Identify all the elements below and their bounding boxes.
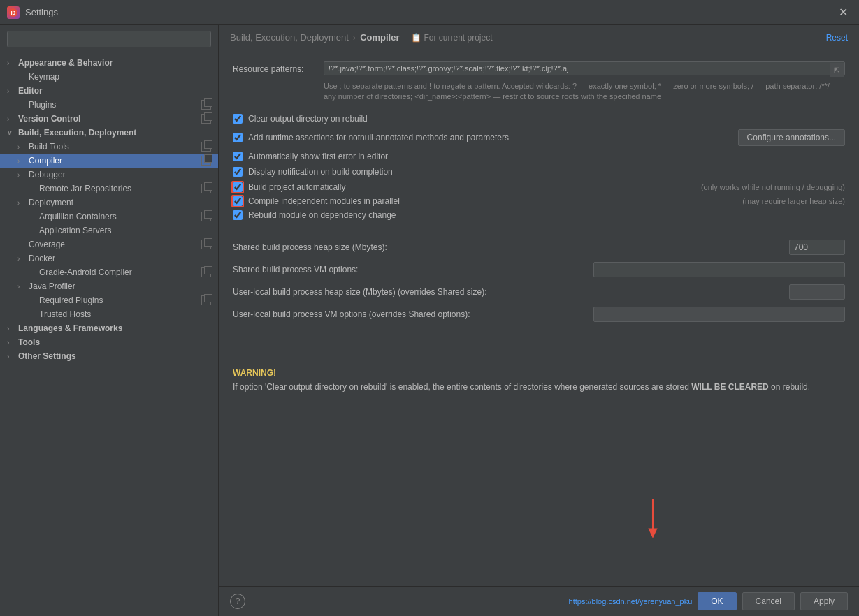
close-button[interactable]: ✕ — [835, 4, 852, 20]
breadcrumb-current: Compiler — [360, 32, 399, 43]
apply-button[interactable]: Apply — [800, 592, 848, 610]
sidebar-item-arquillian[interactable]: Arquillian Containers — [0, 210, 218, 223]
clear-output-label: Clear output directory on rebuild — [248, 114, 845, 124]
clear-output-checkbox[interactable] — [233, 114, 243, 124]
display-notification-checkbox[interactable] — [233, 167, 243, 177]
chevron-icon: › — [17, 255, 27, 263]
chevron-icon: › — [17, 171, 27, 179]
checkbox-rebuild-dependency: Rebuild module on dependency change — [233, 210, 845, 220]
sidebar-item-label: Keymap — [29, 72, 59, 82]
expand-button[interactable]: ⇱ — [830, 63, 844, 77]
breadcrumb-project: 📋 For current project — [411, 33, 493, 43]
right-panel: Build, Execution, Deployment › Compiler … — [219, 25, 859, 616]
sidebar-item-appearance[interactable]: › Appearance & Behavior — [0, 56, 218, 70]
sidebar-item-other-settings[interactable]: › Other Settings — [0, 349, 218, 363]
sidebar-item-trusted-hosts[interactable]: Trusted Hosts — [0, 307, 218, 321]
cancel-button[interactable]: Cancel — [742, 592, 795, 610]
checkbox-clear-output: Clear output directory on rebuild — [233, 114, 845, 124]
titlebar: IJ Settings ✕ — [0, 0, 859, 25]
red-arrow-annotation — [635, 495, 670, 544]
chevron-icon: ∨ — [7, 129, 17, 137]
user-heap-input[interactable] — [789, 284, 845, 300]
shared-vm-input[interactable] — [593, 262, 845, 277]
add-assertions-checkbox[interactable] — [233, 133, 243, 142]
copy-icon — [201, 184, 211, 193]
sidebar-item-remote-jar[interactable]: Remote Jar Repositories — [0, 182, 218, 196]
sidebar-item-compiler[interactable]: › Compiler — [0, 154, 218, 168]
chevron-icon: › — [17, 143, 27, 151]
warning-box: WARNING! If option 'Clear output directo… — [233, 357, 845, 399]
breadcrumb: Build, Execution, Deployment › Compiler … — [230, 32, 826, 43]
sidebar-item-languages[interactable]: › Languages & Frameworks — [0, 321, 218, 335]
copy-icon — [201, 142, 211, 152]
build-auto-label: Build project automatically — [248, 182, 687, 192]
warning-title: WARNING! — [233, 368, 845, 378]
sidebar-item-label: Gradle-Android Compiler — [39, 267, 132, 277]
display-notification-label: Display notification on build completion — [248, 167, 845, 177]
search-input[interactable] — [7, 31, 211, 47]
sidebar-item-version-control[interactable]: › Version Control — [0, 112, 218, 126]
sidebar-item-app-servers[interactable]: Application Servers — [0, 223, 218, 237]
sidebar-item-label: Appearance & Behavior — [18, 58, 113, 68]
sidebar-item-label: Plugins — [29, 100, 56, 110]
reset-link[interactable]: Reset — [826, 33, 848, 43]
help-button[interactable]: ? — [230, 594, 245, 609]
resource-patterns-input[interactable] — [324, 61, 845, 75]
chevron-icon: › — [7, 59, 17, 67]
sidebar-item-keymap[interactable]: Keymap — [0, 70, 218, 84]
copy-icon — [201, 212, 211, 221]
user-vm-row: User-local build process VM options (ove… — [233, 307, 845, 322]
shared-vm-row: Shared build process VM options: — [233, 262, 845, 277]
sidebar-item-label: Java Profiler — [29, 281, 75, 291]
sidebar-item-label: Editor — [18, 86, 43, 96]
configure-annotations-button[interactable]: Configure annotations... — [738, 129, 845, 146]
chevron-icon: › — [7, 87, 17, 95]
compile-parallel-note: (may require larger heap size) — [728, 197, 845, 205]
window-title: Settings — [25, 7, 835, 17]
app-icon: IJ — [7, 6, 20, 19]
sidebar-item-gradle-android[interactable]: Gradle-Android Compiler — [0, 265, 218, 279]
sidebar-item-build-tools[interactable]: › Build Tools — [0, 140, 218, 154]
sidebar-item-deployment[interactable]: › Deployment — [0, 196, 218, 210]
svg-marker-3 — [648, 529, 657, 538]
compile-parallel-checkbox[interactable] — [233, 196, 243, 206]
sidebar-item-java-profiler[interactable]: › Java Profiler — [0, 279, 218, 293]
breadcrumb-parent: Build, Execution, Deployment — [230, 32, 349, 43]
spacer2 — [233, 329, 845, 343]
copy-icon — [201, 295, 211, 305]
resource-patterns-help: Use ; to separate patterns and ! to nega… — [233, 81, 845, 103]
chevron-icon: › — [7, 353, 17, 360]
project-label: For current project — [424, 33, 493, 43]
sidebar-item-label: Compiler — [29, 156, 62, 166]
copy-icon — [201, 156, 211, 166]
sidebar: › Appearance & Behavior Keymap › Editor … — [0, 25, 219, 616]
sidebar-item-required-plugins[interactable]: Required Plugins — [0, 293, 218, 307]
checkbox-show-first-error: Automatically show first error in editor — [233, 152, 845, 161]
ok-button[interactable]: OK — [698, 592, 736, 610]
sidebar-item-tools[interactable]: › Tools — [0, 335, 218, 349]
sidebar-item-label: Tools — [18, 337, 40, 347]
sidebar-item-coverage[interactable]: Coverage — [0, 237, 218, 251]
sidebar-item-label: Coverage — [29, 240, 65, 249]
shared-heap-row: Shared build process heap size (Mbytes): — [233, 240, 845, 255]
sidebar-item-plugins[interactable]: Plugins — [0, 98, 218, 112]
sidebar-item-editor[interactable]: › Editor — [0, 84, 218, 98]
breadcrumb-separator: › — [353, 32, 356, 43]
chevron-icon: › — [7, 325, 17, 332]
compile-parallel-label: Compile independent modules in parallel — [248, 196, 728, 206]
shared-heap-input[interactable] — [789, 240, 845, 255]
sidebar-item-build-execution[interactable]: ∨ Build, Execution, Deployment — [0, 126, 218, 140]
sidebar-item-label: Arquillian Containers — [39, 212, 117, 221]
user-vm-input[interactable] — [593, 307, 845, 322]
sidebar-item-label: Debugger — [29, 170, 66, 179]
copy-icon — [201, 114, 211, 124]
sidebar-item-docker[interactable]: › Docker — [0, 251, 218, 265]
rebuild-dependency-checkbox[interactable] — [233, 210, 243, 220]
build-auto-checkbox[interactable] — [233, 182, 243, 192]
panel-content: Resource patterns: ⇱ Use ; to separate p… — [219, 50, 859, 586]
show-first-error-checkbox[interactable] — [233, 152, 243, 161]
sidebar-item-debugger[interactable]: › Debugger — [0, 168, 218, 182]
resource-patterns-input-wrap: ⇱ — [324, 61, 845, 75]
sidebar-item-label: Build Tools — [29, 142, 69, 152]
sidebar-item-label: Version Control — [18, 114, 80, 124]
